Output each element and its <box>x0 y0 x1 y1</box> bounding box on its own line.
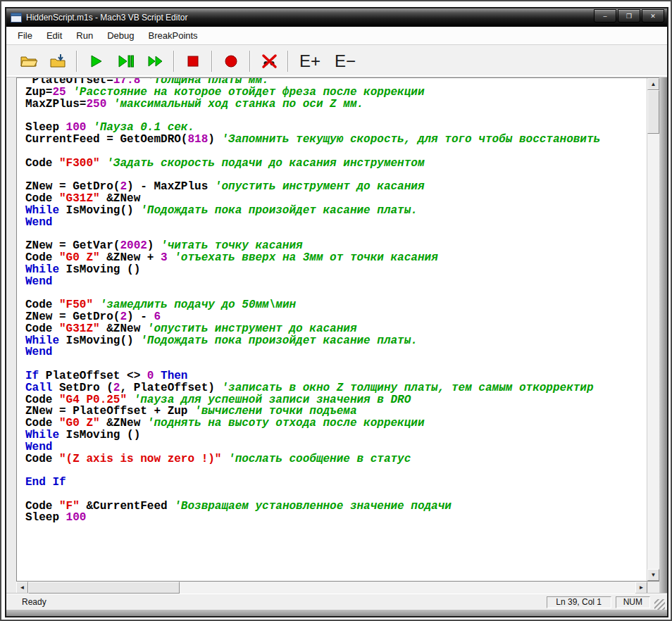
code-line[interactable]: Code "G31Z" &ZNew 'опустить инструмент д… <box>25 323 647 335</box>
vertical-scrollbar[interactable]: ▲ ▼ <box>647 78 659 581</box>
minimize-button[interactable]: – <box>594 9 616 23</box>
step-button[interactable] <box>111 49 140 74</box>
stop-button[interactable] <box>178 49 208 74</box>
code-line[interactable] <box>25 169 647 181</box>
code-line[interactable]: Code "G0 Z" &ZNew 'поднять на высоту отх… <box>25 418 647 429</box>
menu-bar: File Edit Run Debug BreakPoints <box>6 27 667 45</box>
watch-remove-label: E− <box>335 51 356 71</box>
run-icon <box>88 54 104 69</box>
toolbar-separator <box>211 51 213 72</box>
code-line[interactable]: Zup=25 'Расстояние на которое отойдет фр… <box>25 87 647 99</box>
vertical-scroll-thumb[interactable] <box>647 90 659 134</box>
code-line[interactable]: MaxZPlus=250 'максимальный ход станка по… <box>25 99 647 111</box>
code-line[interactable]: End If <box>25 477 647 489</box>
code-line[interactable]: Wend <box>25 346 647 358</box>
code-line[interactable]: Code "(Z axis is now zero !)" 'послать с… <box>25 453 647 465</box>
open-folder-icon <box>20 54 37 69</box>
code-line[interactable]: Code "G31Z" &ZNew <box>25 193 647 205</box>
close-icon: ✕ <box>650 13 656 20</box>
toolbar-separator <box>76 51 77 72</box>
vertical-scroll-track[interactable] <box>647 90 659 569</box>
code-line[interactable] <box>25 465 647 477</box>
code-line[interactable] <box>25 146 647 158</box>
open-button[interactable] <box>13 49 43 74</box>
code-line[interactable]: Sleep 100 <box>25 512 647 524</box>
horizontal-scrollbar[interactable]: ◄ ► <box>16 582 647 594</box>
scroll-up-button[interactable]: ▲ <box>647 78 659 90</box>
code-line[interactable]: Code "G4 P0.25" 'пауза для успешной запи… <box>25 394 647 406</box>
scroll-right-icon: ► <box>639 584 645 591</box>
code-line[interactable] <box>25 228 647 240</box>
toolbar-separator <box>249 51 251 72</box>
code-line[interactable] <box>25 110 647 122</box>
resize-grip[interactable] <box>654 599 665 610</box>
code-line[interactable]: Code "F50" 'замедлить подачу до 50мм\мин <box>25 299 647 311</box>
save-button[interactable] <box>43 49 73 74</box>
app-window: HiddenScript.m1s - Mach3 VB Script Edito… <box>5 7 668 617</box>
code-editor[interactable]: PlateOffset=17.8 'толщина платы мм.Zup=2… <box>17 78 647 581</box>
code-line[interactable]: Wend <box>25 276 647 288</box>
code-pane: PlateOffset=17.8 'толщина платы мм.Zup=2… <box>25 78 647 524</box>
window-title: HiddenScript.m1s - Mach3 VB Script Edito… <box>26 13 590 23</box>
run-to-cursor-button[interactable] <box>140 49 170 74</box>
code-line[interactable]: ZNew = PlateOffset + Zup 'вычислени точк… <box>25 406 647 418</box>
editor-region: PlateOffset=17.8 'толщина платы мм.Zup=2… <box>6 77 667 582</box>
toolbar-separator <box>173 51 175 72</box>
clear-breakpoints-button[interactable] <box>254 49 284 74</box>
window-frame-right <box>659 582 667 594</box>
code-line[interactable]: While IsMoving() 'Подождать пока произой… <box>25 335 647 347</box>
step-icon <box>117 54 134 69</box>
run-button[interactable] <box>81 49 111 74</box>
horizontal-scroll-thumb[interactable] <box>28 582 180 594</box>
watch-add-button[interactable]: E+ <box>292 49 328 74</box>
window-frame-bottom <box>6 610 667 616</box>
horizontal-scroll-track[interactable] <box>28 582 635 594</box>
code-line[interactable]: ZNew = GetDro(2) - 6 <box>25 311 647 323</box>
code-line[interactable]: Code "F300" 'Задать скорость подачи до к… <box>25 158 647 170</box>
code-line[interactable] <box>25 287 647 299</box>
menu-breakpoints[interactable]: BreakPoints <box>142 28 205 43</box>
title-bar[interactable]: HiddenScript.m1s - Mach3 VB Script Edito… <box>6 8 667 27</box>
scroll-down-button[interactable]: ▼ <box>647 569 659 581</box>
scroll-left-icon: ◄ <box>20 584 25 591</box>
menu-debug[interactable]: Debug <box>100 28 141 43</box>
horizontal-scrollbar-row: ◄ ► <box>6 582 667 594</box>
code-line[interactable]: Code "G0 Z" &ZNew + 3 'отъехать вверх на… <box>25 252 647 264</box>
code-line[interactable]: While IsMoving () <box>25 429 647 441</box>
code-line[interactable]: If PlateOffset <> 0 Then <box>25 370 647 382</box>
menu-edit[interactable]: Edit <box>39 28 69 43</box>
window-frame-right <box>659 77 667 582</box>
code-line[interactable]: Sleep 100 'Пауза 0.1 сек. <box>25 122 647 134</box>
close-button[interactable]: ✕ <box>642 9 664 23</box>
fast-forward-icon <box>147 54 163 69</box>
stop-icon <box>185 54 201 69</box>
scroll-up-icon: ▲ <box>651 81 657 87</box>
code-line[interactable]: Wend <box>25 217 647 229</box>
save-icon <box>49 54 66 69</box>
code-line[interactable] <box>25 358 647 370</box>
toolbar: E+ E− <box>6 45 667 77</box>
code-line[interactable]: While IsMoving() 'Подождать пока произой… <box>25 205 647 217</box>
scroll-left-button[interactable]: ◄ <box>16 582 28 594</box>
app-icon <box>11 13 22 23</box>
code-line[interactable] <box>25 489 647 501</box>
status-bar: Ready Ln 39, Col 1 NUM <box>6 594 667 610</box>
code-line[interactable]: Code "F" &CurrentFeed 'Возвращаем устано… <box>25 501 647 513</box>
desktop-background: HiddenScript.m1s - Mach3 VB Script Edito… <box>0 0 672 621</box>
restore-icon: ❐ <box>626 13 632 20</box>
code-line[interactable]: Call SetDro (2, PlateOffset) 'записать в… <box>25 382 647 394</box>
record-breakpoint-icon <box>223 54 239 69</box>
code-line[interactable]: Wend <box>25 441 647 453</box>
code-line[interactable]: While IsMoving () <box>25 264 647 276</box>
watch-remove-button[interactable]: E− <box>328 49 363 74</box>
code-line[interactable]: ZNew = GetVar(2002) 'читать точку касани… <box>25 240 647 252</box>
scroll-right-button[interactable]: ► <box>635 582 647 594</box>
restore-button[interactable]: ❐ <box>618 9 640 23</box>
minimize-icon: – <box>603 13 606 20</box>
code-line[interactable]: ZNew = GetDro(2) - MaxZPlus 'опустить ин… <box>25 181 647 193</box>
menu-file[interactable]: File <box>11 28 39 43</box>
status-message: Ready <box>22 597 542 607</box>
toggle-breakpoint-button[interactable] <box>216 49 246 74</box>
menu-run[interactable]: Run <box>69 28 100 43</box>
code-line[interactable]: CurrentFeed = GetOemDRO(818) 'Запомнить … <box>25 134 647 146</box>
